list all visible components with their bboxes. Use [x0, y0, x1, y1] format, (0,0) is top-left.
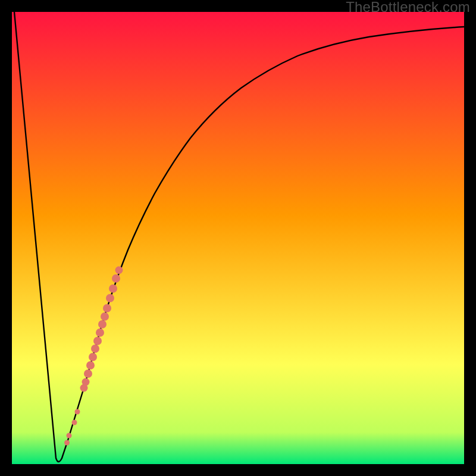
chart-stage: TheBottleneck.com [0, 0, 476, 476]
scatter-point [89, 353, 97, 361]
scatter-point [101, 312, 109, 321]
scatter-point [115, 267, 123, 274]
scatter-point [96, 328, 104, 337]
scatter-point [67, 433, 72, 439]
scatter-point [72, 420, 77, 425]
scatter-point [109, 284, 117, 293]
scatter-point [93, 337, 102, 345]
scatter-point [82, 378, 90, 386]
scatter-point [75, 409, 80, 415]
scatter-point [106, 294, 114, 302]
scatter-point [84, 369, 92, 378]
chart-svg [12, 12, 464, 464]
scatter-point [86, 361, 95, 369]
scatter-point [103, 304, 111, 312]
plot-area [12, 12, 464, 464]
scatter-point [112, 274, 120, 283]
plot-background [12, 12, 464, 464]
scatter-point [64, 440, 70, 446]
scatter-point [91, 345, 99, 353]
scatter-point [98, 320, 107, 328]
